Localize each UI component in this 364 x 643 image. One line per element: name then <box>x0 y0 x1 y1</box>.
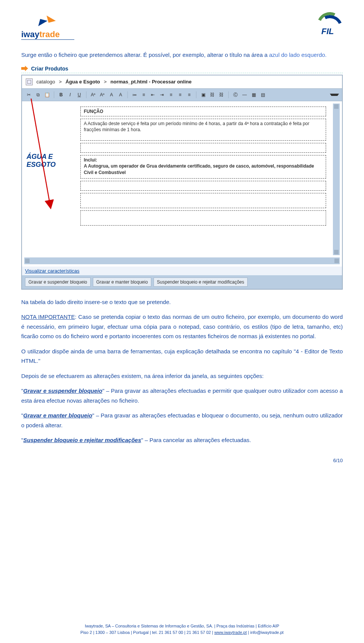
footer-link[interactable]: www.iwaytrade.pt <box>214 630 247 635</box>
field-funcao-label[interactable]: FUNÇÃO <box>80 107 326 116</box>
option-line: "Gravar e manter bloqueio" – Para gravar… <box>21 411 343 430</box>
cut-button[interactable]: ✂ <box>25 91 33 99</box>
link-button[interactable]: ⛓ <box>209 91 216 99</box>
copy-button[interactable]: ⧉ <box>34 91 42 99</box>
underline-button[interactable]: U <box>75 91 83 99</box>
breadcrumb-seg: catalogo <box>36 79 55 85</box>
logo-text: trade <box>39 30 60 39</box>
ordered-list-button[interactable]: ≡ <box>140 91 147 99</box>
field-empty[interactable] <box>80 181 326 191</box>
field-empty[interactable] <box>80 193 326 208</box>
footer-line: Piso 2 | 1300 – 307 Lisboa | Portugal | … <box>21 629 343 636</box>
breadcrumb-seg: normas_pt.html - Processar online <box>110 79 191 85</box>
field-empty[interactable] <box>80 143 326 153</box>
criar-label: Criar Produtos <box>31 66 68 72</box>
hr-button[interactable]: — <box>241 91 248 99</box>
template-button[interactable]: ▤ <box>259 91 267 99</box>
align-center-button[interactable]: ≡ <box>176 91 184 99</box>
page-icon <box>26 78 33 85</box>
breadcrumb-seg: Água e Esgoto <box>66 79 100 85</box>
image-button[interactable]: ▣ <box>199 91 207 99</box>
suspender-rejeitar-button[interactable]: Suspender bloqueio e rejeitar modificaçõ… <box>154 278 248 287</box>
breadcrumb: catalogo > Água e Esgoto > normas_pt.htm… <box>22 75 342 88</box>
paste-button[interactable]: 📋 <box>43 91 51 99</box>
outdent-button[interactable]: ⇤ <box>149 91 157 99</box>
editor-canvas[interactable]: ÁGUA E ESGOTO FUNÇÃO A Activação deste s… <box>24 104 340 255</box>
paragraph: Na tabela do lado direito insere-se o te… <box>21 297 343 307</box>
logo-text: iway <box>21 30 39 39</box>
bg-color-button[interactable]: A <box>117 91 124 99</box>
paragraph: Depois de se efectuarem as alterações ex… <box>21 371 343 381</box>
bold-button[interactable]: B <box>57 91 65 99</box>
criar-produtos-row: Criar Produtos <box>21 65 343 72</box>
fontsize-up-button[interactable]: Aᵃ <box>89 91 97 99</box>
horizontal-scrollbar[interactable] <box>24 257 340 264</box>
document-title[interactable]: ÁGUA E ESGOTO <box>27 153 72 169</box>
paragraph: O utilizador dispõe ainda de uma barra d… <box>21 347 343 366</box>
table-button[interactable]: ▦ <box>250 91 257 99</box>
page-footer: Iwaytrade, SA – Consultoria e Sistemas d… <box>21 623 343 635</box>
align-left-button[interactable]: ≡ <box>167 91 175 99</box>
unordered-list-button[interactable]: ≔ <box>131 91 138 99</box>
field-inclui[interactable]: Inclui: A Autogrua, um operador de Grua … <box>80 155 326 179</box>
align-right-button[interactable]: ≡ <box>185 91 193 99</box>
paragraph-nota: NOTA IMPORTANTE: Caso se pretenda copiar… <box>21 312 343 341</box>
indent-button[interactable]: ⇥ <box>158 91 166 99</box>
gravar-suspender-button[interactable]: Gravar e suspender bloqueio <box>25 278 91 287</box>
gravar-manter-button[interactable]: Gravar e manter bloqueio <box>93 278 151 287</box>
more-icon[interactable] <box>330 94 339 96</box>
paragraph: Surge então o ficheiro que pretendemos a… <box>21 50 343 60</box>
page-header: iwaytrade FIL <box>21 14 343 50</box>
scroll-down-button[interactable] <box>334 250 339 254</box>
font-color-button[interactable]: A <box>108 91 115 99</box>
logo-fil: FIL <box>312 14 343 36</box>
field-empty[interactable] <box>80 210 326 226</box>
editor-window: catalogo > Água e Esgoto > normas_pt.htm… <box>21 75 343 290</box>
italic-button[interactable]: I <box>66 91 74 99</box>
field-funcao-text[interactable]: A Activação deste serviço é feita por um… <box>80 119 326 141</box>
footer-line: Iwaytrade, SA – Consultoria e Sistemas d… <box>21 623 343 629</box>
separator <box>21 73 343 73</box>
symbol-button[interactable]: Ⓒ <box>232 91 239 99</box>
logo-iwaytrade: iwaytrade <box>21 14 74 40</box>
toolbar: ✂ ⧉ 📋 B I U Aᵃ Aᵃ A A ≔ ≡ ⇤ ⇥ ≡ ≡ ≡ <box>22 88 342 101</box>
unlink-button[interactable]: ⛓ <box>218 91 225 99</box>
option-line: "Suspender bloqueio e rejeitar modificaç… <box>21 435 343 445</box>
breadcrumb-sep: > <box>59 79 62 85</box>
visualizar-link[interactable]: Visualizar características <box>22 267 342 275</box>
breadcrumb-sep: > <box>104 79 107 85</box>
option-line: "Gravar e suspender bloqueio" – Para gra… <box>21 386 343 405</box>
page-number: 6/10 <box>21 456 343 465</box>
arrow-right-icon <box>21 65 28 72</box>
scroll-up-button[interactable] <box>334 104 339 109</box>
fontsize-down-button[interactable]: Aᵃ <box>99 91 106 99</box>
